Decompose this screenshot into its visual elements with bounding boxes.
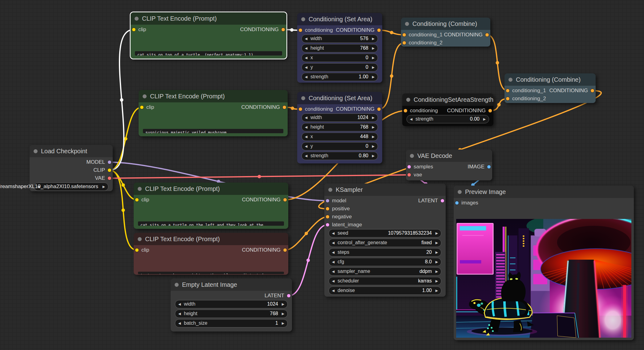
- prompt-textarea[interactable]: suspicious majestic veiled mushroom neo-…: [143, 129, 283, 133]
- node-title-bar[interactable]: CLIP Text Encode (Prompt): [134, 183, 288, 195]
- collapse-dot-icon[interactable]: [405, 22, 409, 26]
- conditioning-input-port[interactable]: [298, 28, 302, 32]
- collapse-dot-icon[interactable]: [458, 190, 462, 194]
- CONDITIONING-output-port[interactable]: [283, 198, 287, 202]
- node-combine2[interactable]: Conditioning (Combine)conditioning_1COND…: [504, 73, 596, 103]
- widget-sampler_name[interactable]: ◀sampler_nameddpm▶: [329, 267, 441, 276]
- widget-cfg[interactable]: ◀cfg8.0▶: [329, 258, 441, 266]
- decrement-arrow-icon[interactable]: ◀: [175, 321, 184, 325]
- node-clip2[interactable]: CLIP Text Encode (Prompt)clipCONDITIONIN…: [139, 90, 288, 136]
- decrement-arrow-icon[interactable]: ◀: [302, 154, 310, 158]
- CONDITIONING-output-port[interactable]: [485, 33, 489, 37]
- decrement-arrow-icon[interactable]: ◀: [329, 231, 338, 235]
- node-vaedecode[interactable]: VAE DecodesamplesIMAGEvae: [406, 150, 492, 180]
- node-clip3[interactable]: CLIP Text Encode (Prompt)clipCONDITIONIN…: [134, 183, 288, 229]
- increment-arrow-icon[interactable]: ▶: [369, 125, 378, 129]
- widget-x[interactable]: ◀x448▶: [302, 133, 378, 141]
- node-clip4[interactable]: CLIP Text Encode (Prompt)clipCONDITIONIN…: [134, 233, 288, 275]
- collapse-dot-icon[interactable]: [135, 17, 139, 21]
- increment-arrow-icon[interactable]: ▶: [432, 289, 441, 293]
- increment-arrow-icon[interactable]: ▶: [279, 312, 287, 316]
- node-strength[interactable]: ConditioningSetAreaStrengthconditioningC…: [402, 93, 493, 126]
- conditioning_1-input-port[interactable]: [402, 33, 406, 37]
- node-title-bar[interactable]: Empty Latent Image: [171, 278, 292, 291]
- decrement-arrow-icon[interactable]: ◀: [302, 135, 310, 139]
- node-emptylatent[interactable]: Empty Latent ImageLATENT◀width1024▶◀heig…: [171, 278, 292, 331]
- node-title-bar[interactable]: CLIP Text Encode (Prompt): [134, 233, 288, 245]
- CONDITIONING-output-port[interactable]: [283, 248, 287, 252]
- increment-arrow-icon[interactable]: ▶: [480, 117, 489, 121]
- widget-steps[interactable]: ◀steps20▶: [329, 248, 441, 257]
- widget-height[interactable]: ◀height768▶: [302, 44, 378, 52]
- increment-arrow-icon[interactable]: ▶: [432, 270, 441, 274]
- images-input-port[interactable]: [455, 201, 459, 205]
- widget-ckpt-name[interactable]: ◀dreamshaperXL10_alpha2Xl10.safetensors▶: [34, 183, 108, 191]
- decrement-arrow-icon[interactable]: ◀: [329, 279, 338, 283]
- collapse-dot-icon[interactable]: [138, 187, 142, 191]
- decrement-arrow-icon[interactable]: ◀: [329, 260, 338, 264]
- node-ksampler[interactable]: KSamplermodelLATENTpositivenegativelaten…: [324, 183, 446, 297]
- decrement-arrow-icon[interactable]: ◀: [302, 56, 310, 60]
- prompt-textarea[interactable]: cat sits on top of a turtle, (perfect an…: [135, 51, 282, 56]
- increment-arrow-icon[interactable]: ▶: [369, 65, 378, 69]
- VAE-output-port[interactable]: [107, 176, 111, 180]
- node-title-bar[interactable]: Conditioning (Combine): [504, 73, 596, 86]
- collapse-dot-icon[interactable]: [301, 96, 305, 100]
- increment-arrow-icon[interactable]: ▶: [279, 302, 287, 306]
- increment-arrow-icon[interactable]: ▶: [432, 231, 441, 235]
- prompt-textarea[interactable]: text, watermark, copyright, author, blur…: [138, 272, 284, 274]
- conditioning_2-input-port[interactable]: [506, 97, 510, 101]
- widget-denoise[interactable]: ◀denoise1.00▶: [329, 286, 441, 295]
- widget-width[interactable]: ◀width1024▶: [175, 300, 288, 308]
- collapse-dot-icon[interactable]: [143, 94, 147, 98]
- workflow-canvas[interactable]: { "app": "node-graph-workflow", "colors"…: [0, 0, 644, 350]
- increment-arrow-icon[interactable]: ▶: [369, 116, 378, 120]
- increment-arrow-icon[interactable]: ▶: [279, 321, 287, 325]
- node-title-bar[interactable]: CLIP Text Encode (Prompt): [139, 90, 288, 102]
- widget-scheduler[interactable]: ◀schedulerkarras▶: [329, 277, 441, 285]
- node-checkpoint[interactable]: Load CheckpointMODELCLIPVAE◀dreamshaperX…: [30, 145, 113, 191]
- collapse-dot-icon[interactable]: [34, 149, 38, 153]
- decrement-arrow-icon[interactable]: ◀: [175, 312, 184, 316]
- positive-input-port[interactable]: [326, 207, 330, 211]
- increment-arrow-icon[interactable]: ▶: [432, 241, 441, 245]
- LATENT-output-port[interactable]: [440, 199, 444, 203]
- node-title-bar[interactable]: VAE Decode: [406, 150, 492, 162]
- widget-batch_size[interactable]: ◀batch_size1▶: [175, 319, 288, 327]
- collapse-dot-icon[interactable]: [301, 17, 305, 21]
- conditioning_1-input-port[interactable]: [506, 89, 510, 93]
- collapse-dot-icon[interactable]: [406, 98, 410, 102]
- widget-strength[interactable]: ◀strength0.80▶: [302, 152, 378, 160]
- IMAGE-output-port[interactable]: [487, 165, 491, 169]
- node-clip1[interactable]: CLIP Text Encode (Prompt)clipCONDITIONIN…: [131, 12, 286, 59]
- widget-seed[interactable]: ◀seed1079579318532234▶: [329, 229, 441, 237]
- widget-strength[interactable]: ◀strength0.00▶: [407, 115, 489, 123]
- decrement-arrow-icon[interactable]: ◀: [302, 144, 310, 148]
- decrement-arrow-icon[interactable]: ◀: [302, 75, 310, 79]
- increment-arrow-icon[interactable]: ▶: [369, 154, 378, 158]
- decrement-arrow-icon[interactable]: ◀: [329, 289, 338, 293]
- CONDITIONING-output-port[interactable]: [282, 105, 286, 109]
- LATENT-output-port[interactable]: [287, 294, 291, 298]
- node-title-bar[interactable]: Conditioning (Combine): [401, 18, 490, 30]
- collapse-dot-icon[interactable]: [138, 237, 142, 241]
- node-title-bar[interactable]: Preview Image: [454, 186, 634, 198]
- widget-y[interactable]: ◀y0▶: [302, 142, 378, 150]
- decrement-arrow-icon[interactable]: ◀: [302, 37, 310, 41]
- clip-input-port[interactable]: [132, 28, 136, 32]
- node-setarea2[interactable]: Conditioning (Set Area)conditioningCONDI…: [297, 92, 382, 163]
- latent_image-input-port[interactable]: [326, 223, 330, 227]
- negative-input-port[interactable]: [326, 215, 330, 219]
- increment-arrow-icon[interactable]: ▶: [369, 46, 378, 50]
- decrement-arrow-icon[interactable]: ◀: [329, 241, 338, 245]
- prompt-textarea[interactable]: cat sits on a turtle on the left and the…: [138, 221, 284, 226]
- conditioning-input-port[interactable]: [403, 109, 407, 113]
- increment-arrow-icon[interactable]: ▶: [369, 56, 378, 60]
- clip-input-port[interactable]: [140, 105, 144, 109]
- decrement-arrow-icon[interactable]: ◀: [302, 46, 310, 50]
- node-combine1[interactable]: Conditioning (Combine)conditioning_1COND…: [401, 18, 490, 47]
- collapse-dot-icon[interactable]: [508, 78, 512, 82]
- decrement-arrow-icon[interactable]: ◀: [175, 302, 184, 306]
- CONDITIONING-output-port[interactable]: [281, 28, 285, 32]
- MODEL-output-port[interactable]: [107, 160, 111, 164]
